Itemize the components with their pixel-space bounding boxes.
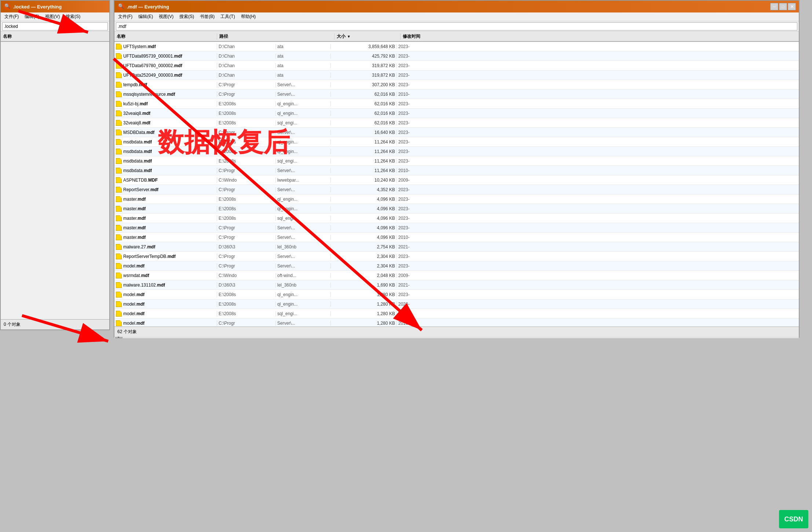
file-name-cell: model.mdf [114, 301, 217, 307]
table-row[interactable]: malware.27.mdfD:\360\3lel_360nb2,754 KB2… [114, 242, 799, 252]
right-menu-edit[interactable]: 编辑(E) [136, 13, 155, 20]
file-icon [116, 273, 122, 278]
close-button[interactable]: ✕ [788, 3, 796, 10]
file-name-cell: master.mdf [114, 206, 217, 212]
table-row[interactable]: UFTData679780_000002.mdfD:\Chanata319,87… [114, 61, 799, 70]
file-name-text: master.mdf [123, 206, 146, 211]
table-row[interactable]: model.mdfE:\2008ssql_engi...1,280 KB2023… [114, 309, 799, 318]
file-path1-cell: C:\Progr [217, 168, 276, 173]
right-menu-search[interactable]: 搜索(S) [177, 13, 196, 20]
table-row[interactable]: malware.131102.mdfD:\360\3lel_360nb1,690… [114, 280, 799, 290]
file-path2-cell: ql_engin... [276, 149, 331, 154]
file-name-cell: ku5zi-bj.mdf [114, 101, 217, 107]
table-row[interactable]: model.mdfE:\2008sql_engin...1,280 KB2023… [114, 290, 799, 299]
file-icon [116, 139, 122, 145]
left-window: .locked — Everything 文件(F) 编辑(E) 视图(V) 搜… [0, 0, 110, 330]
table-row[interactable]: tempdb.mdfC:\ProgrServer\...307,200 KB20… [114, 80, 799, 90]
left-menu-file[interactable]: 文件(F) [2, 13, 21, 20]
table-row[interactable]: master.mdfC:\ProgrServer\...4,096 KB2023… [114, 223, 799, 233]
file-path2-cell: oft-wind... [276, 273, 331, 278]
table-row[interactable]: ASPNETDB.MDFC:\Windolwwebpar...10,240 KB… [114, 175, 799, 185]
right-menu-view[interactable]: 视图(V) [157, 13, 176, 20]
file-path1-cell: D:\Chan [217, 44, 276, 49]
left-menu-search[interactable]: 搜索(S) [63, 13, 83, 20]
table-row[interactable]: model.mdfC:\ProgrServer\...2,304 KB2023- [114, 261, 799, 271]
table-row[interactable]: 32veaiq8.mdfE:\2008sql_engin...62,016 KB… [114, 109, 799, 118]
table-row[interactable]: wsrmdat.mdfC:\Windooft-wind...2,048 KB20… [114, 271, 799, 280]
col-header-modified[interactable]: 修改时间 [400, 33, 799, 40]
file-icon [116, 110, 122, 116]
left-menu-view[interactable]: 视图(V) [43, 13, 62, 20]
file-name-text: tempdb.mdf [123, 82, 147, 87]
right-menu-tools[interactable]: 工具(T) [218, 13, 237, 20]
left-menu-edit[interactable]: 编辑(E) [22, 13, 41, 20]
file-path2-cell: Server\... [276, 92, 331, 97]
file-name-cell: ASPNETDB.MDF [114, 177, 217, 183]
file-size-cell: 1,280 KB [331, 311, 397, 316]
file-name-text: malware.131102.mdf [123, 283, 165, 288]
left-search-bar [1, 21, 109, 32]
table-row[interactable]: model.mdfE:\2008sql_engin...1,280 KB2023… [114, 299, 799, 309]
file-name-cell: master.mdf [114, 234, 217, 240]
table-row[interactable]: UFTData895739_000001.mdfD:\Chanata425,79… [114, 51, 799, 61]
file-size-cell: 3,859,648 KB [331, 44, 397, 49]
table-row[interactable]: msdbdata.mdfC:\ProgrServer\...11,264 KB2… [114, 166, 799, 175]
file-path1-cell: E:\2008s [217, 120, 276, 125]
left-search-input[interactable] [2, 22, 108, 30]
left-title-bar: .locked — Everything [1, 1, 109, 12]
file-icon [116, 263, 122, 269]
file-name-text: model.mdf [123, 292, 145, 297]
file-name-cell: 32veaiq8.mdf [114, 120, 217, 126]
right-status-text: 62 个对象 [117, 329, 137, 335]
table-row[interactable]: MSDBData.mdfC:\ProgrServer\...16,640 KB2… [114, 128, 799, 137]
col-header-name[interactable]: 名称 [114, 33, 217, 40]
file-icon [116, 225, 122, 231]
table-row[interactable]: msdbdata.mdfE:\2008ssql_engi...11,264 KB… [114, 156, 799, 166]
file-name-cell: model.mdf [114, 311, 217, 317]
file-path1-cell: D:\360\3 [217, 283, 276, 288]
right-menu-help[interactable]: 帮助(H) [239, 13, 258, 20]
table-row[interactable]: ku5zi-bj.mdfE:\2008sql_engin...62,016 KB… [114, 99, 799, 109]
file-icon [116, 292, 122, 298]
col-header-path[interactable]: 路径 [217, 33, 334, 40]
left-column-header: 名称 [1, 32, 109, 42]
col-header-size[interactable]: 大小 ▼ [334, 33, 400, 40]
right-menu-file[interactable]: 文件(F) [116, 13, 135, 20]
file-name-text: 32veaiq8.mdf [123, 111, 150, 116]
right-search-input[interactable] [116, 22, 797, 30]
table-row[interactable]: master.mdfC:\ProgrServer\...4,096 KB2010… [114, 233, 799, 242]
file-icon [116, 63, 122, 69]
table-row[interactable]: ReportServerTempDB.mdfC:\ProgrServer\...… [114, 252, 799, 261]
file-name-cell: master.mdf [114, 215, 217, 221]
file-modified-cell: 2021- [397, 283, 799, 288]
file-modified-cell: 2023- [397, 73, 799, 78]
file-path1-cell: D:\Chan [217, 63, 276, 68]
file-path1-cell: E:\2008s [217, 158, 276, 164]
file-size-cell: 2,754 KB [331, 244, 397, 249]
table-row[interactable]: msdbdata.mdfE:\2008sql_engin...11,264 KB… [114, 137, 799, 147]
minimize-button[interactable]: ─ [770, 3, 778, 10]
table-row[interactable]: 32veaiq8.mdfE:\2008ssql_engi...62,016 KB… [114, 118, 799, 128]
file-path2-cell: Server\... [276, 187, 331, 192]
table-row[interactable]: master.mdfE:\2008ssql_engi...4,096 KB202… [114, 214, 799, 223]
table-row[interactable]: mssqlsystemresource.mdfC:\ProgrServer\..… [114, 90, 799, 99]
table-row[interactable]: UFTSystem.mdfD:\Chanata3,859,648 KB2023- [114, 42, 799, 51]
left-window-title: .locked — Everything [13, 4, 62, 10]
file-name-text: mssqlsystemresource.mdf [123, 92, 175, 97]
table-row[interactable]: master.mdfE:\2008sql_engin...4,096 KB202… [114, 204, 799, 214]
sort-arrow-icon: ▼ [347, 34, 351, 39]
file-size-cell: 1,280 KB [331, 292, 397, 297]
file-path1-cell: D:\Chan [217, 73, 276, 78]
maximize-button[interactable]: □ [779, 3, 787, 10]
right-menu-bookmark[interactable]: 书签(B) [198, 13, 217, 20]
table-row[interactable]: msdbdata.mdfE:\2008sql_engin...11,264 KB… [114, 147, 799, 156]
file-size-cell: 11,264 KB [331, 168, 397, 173]
file-size-cell: 2,304 KB [331, 254, 397, 259]
file-name-cell: mssqlsystemresource.mdf [114, 91, 217, 97]
file-size-cell: 62,016 KB [331, 120, 397, 125]
file-path1-cell: E:\2008s [217, 216, 276, 221]
table-row[interactable]: ReportServer.mdfC:\ProgrServer\...4,352 … [114, 185, 799, 194]
table-row[interactable]: UFTData252049_000003.mdfD:\Chanata319,87… [114, 70, 799, 80]
file-modified-cell: 2023- [397, 206, 799, 211]
table-row[interactable]: master.mdfE:\2008sql_engin...4,096 KB202… [114, 194, 799, 204]
